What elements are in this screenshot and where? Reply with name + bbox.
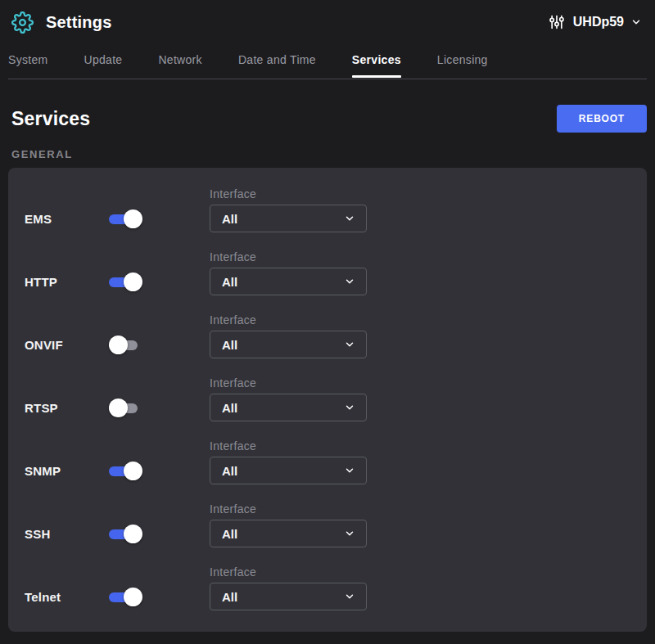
page-heading: Services REBOOT (11, 105, 647, 133)
onvif-interface-select[interactable]: All (210, 331, 367, 358)
select-value: All (222, 338, 237, 352)
chevron-down-icon (344, 276, 355, 287)
http-interface-select[interactable]: All (210, 268, 367, 295)
telnet-interface-select[interactable]: All (210, 583, 367, 610)
device-name: UHDp59 (573, 15, 624, 29)
select-value: All (222, 212, 237, 226)
ems-interface-select[interactable]: All (210, 205, 367, 232)
chevron-down-icon (344, 465, 355, 476)
section-label-general: GENERAL (11, 148, 644, 160)
chevron-down-icon (344, 402, 355, 413)
interface-label: Interface (210, 502, 367, 516)
service-name: Telnet (25, 590, 109, 604)
interface-label: Interface (210, 187, 367, 200)
service-name: EMS (25, 212, 109, 226)
tab-licensing[interactable]: Licensing (437, 48, 488, 79)
service-name: ONVIF (25, 338, 109, 352)
service-row-telnet: Telnet Interface All (25, 565, 630, 610)
page-title: Services (11, 108, 90, 130)
service-name: SNMP (25, 464, 109, 478)
ems-toggle[interactable] (109, 209, 142, 228)
rtsp-toggle[interactable] (109, 399, 142, 417)
ssh-toggle[interactable] (109, 525, 142, 543)
select-value: All (222, 275, 237, 289)
interface-label: Interface (210, 376, 367, 390)
chevron-down-icon (344, 339, 355, 350)
device-selector[interactable]: UHDp59 (549, 14, 642, 30)
service-name: RTSP (25, 401, 109, 415)
interface-label: Interface (210, 250, 367, 263)
interface-label: Interface (210, 313, 367, 327)
tab-services[interactable]: Services (352, 48, 401, 79)
chevron-down-icon (344, 213, 355, 224)
snmp-toggle[interactable] (109, 462, 142, 480)
rtsp-interface-select[interactable]: All (210, 394, 367, 421)
gear-icon (11, 11, 34, 34)
service-row-snmp: SNMP Interface All (25, 439, 630, 484)
settings-tab-bar: System Update Network Date and Time Serv… (8, 44, 647, 79)
select-value: All (222, 464, 237, 478)
tab-network[interactable]: Network (158, 48, 201, 79)
service-row-ems: EMS Interface All (25, 187, 630, 232)
tab-system[interactable]: System (8, 48, 47, 79)
select-value: All (222, 527, 237, 541)
sliders-icon (549, 14, 565, 30)
tab-update[interactable]: Update (84, 48, 122, 79)
chevron-down-icon (344, 528, 355, 539)
select-value: All (222, 401, 237, 415)
telnet-toggle[interactable] (109, 588, 142, 606)
page-header-title: Settings (46, 13, 112, 32)
chevron-down-icon (630, 16, 642, 28)
ssh-interface-select[interactable]: All (210, 520, 367, 547)
onvif-toggle[interactable] (109, 336, 142, 354)
service-row-http: HTTP Interface All (25, 250, 630, 295)
app-header: Settings UHDp59 (0, 0, 655, 44)
header-left: Settings (11, 11, 112, 34)
service-row-ssh: SSH Interface All (25, 502, 630, 547)
interface-label: Interface (210, 565, 367, 579)
service-row-onvif: ONVIF Interface All (25, 313, 630, 358)
tab-date-and-time[interactable]: Date and Time (238, 48, 316, 79)
service-row-rtsp: RTSP Interface All (25, 376, 630, 421)
reboot-button[interactable]: REBOOT (557, 105, 647, 133)
http-toggle[interactable] (109, 272, 142, 291)
service-name: SSH (25, 527, 109, 541)
select-value: All (222, 590, 237, 604)
services-card: EMS Interface All HTTP Interface All ONV… (8, 168, 647, 632)
service-name: HTTP (25, 275, 109, 289)
snmp-interface-select[interactable]: All (210, 457, 367, 484)
chevron-down-icon (344, 591, 355, 602)
interface-label: Interface (210, 439, 367, 453)
